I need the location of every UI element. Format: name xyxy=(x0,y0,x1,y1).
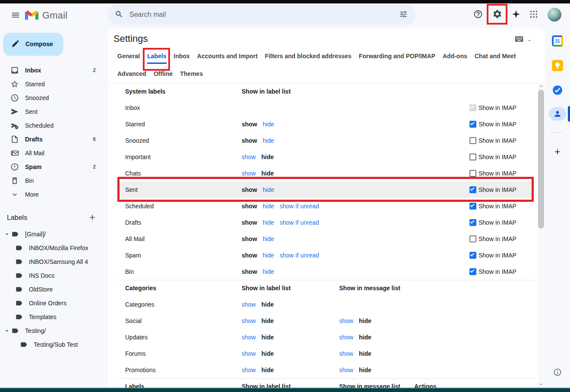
show-in-imap-control: Show in IMAP xyxy=(469,121,516,128)
tab-offline[interactable]: Offline xyxy=(154,70,173,80)
tab-forwarding-and-pop-imap[interactable]: Forwarding and POP/IMAP xyxy=(359,53,435,64)
option-link-show[interactable]: show xyxy=(339,350,353,357)
sidebar-label-inbox-samsung-all-4[interactable]: INBOX/Samsung All 4 xyxy=(0,255,108,269)
option-link-hide[interactable]: hide xyxy=(263,121,274,128)
clock-icon xyxy=(10,94,19,102)
search-bar[interactable]: Search mail xyxy=(107,5,416,25)
scroll-up-arrow[interactable] xyxy=(538,83,545,90)
sidebar-item-more[interactable]: More xyxy=(0,188,108,201)
option-link-hide[interactable]: hide xyxy=(263,268,274,275)
search-input[interactable]: Search mail xyxy=(129,11,396,19)
tab-general[interactable]: General xyxy=(117,53,140,64)
search-button[interactable] xyxy=(111,7,127,22)
tab-accounts-and-import[interactable]: Accounts and Import xyxy=(197,53,258,64)
option-link-hide[interactable]: hide xyxy=(263,252,274,259)
sidebar-label-testing-sub-test[interactable]: Testing/Sub Test xyxy=(0,338,108,351)
settings-button[interactable] xyxy=(488,6,506,23)
google-apps-button[interactable] xyxy=(525,6,542,23)
tab-advanced[interactable]: Advanced xyxy=(117,70,146,80)
get-add-ons-button[interactable] xyxy=(552,147,563,157)
option-link-show[interactable]: show xyxy=(339,334,353,341)
sidebar-label-templates[interactable]: Templates xyxy=(0,310,108,324)
settings-tabs-row1: GeneralLabelsInboxAccounts and ImportFil… xyxy=(117,53,516,64)
active-panel-indicator xyxy=(568,106,570,122)
sidebar-item-all-mail[interactable]: All Mail xyxy=(0,146,108,160)
category-name: Social xyxy=(125,317,142,324)
show-in-imap-checkbox[interactable] xyxy=(469,203,476,210)
option-link-show[interactable]: show xyxy=(242,154,256,160)
scroll-down-arrow[interactable] xyxy=(538,381,545,388)
tab-chat-and-meet[interactable]: Chat and Meet xyxy=(475,53,516,64)
show-in-imap-checkbox[interactable] xyxy=(469,154,476,160)
labels-section-header: Labels xyxy=(0,211,108,225)
sidebar-item-snoozed[interactable]: Snoozed xyxy=(0,91,108,105)
sidebar-item-starred[interactable]: Starred xyxy=(0,77,108,91)
settings-scrollbar[interactable] xyxy=(538,83,545,388)
google-calendar-icon[interactable]: 31 xyxy=(552,35,563,47)
tab-labels[interactable]: Labels xyxy=(147,53,166,64)
search-options-button[interactable] xyxy=(396,7,411,22)
show-in-imap-checkbox[interactable] xyxy=(469,268,476,275)
compose-button[interactable]: Compose xyxy=(3,33,63,55)
avatar[interactable] xyxy=(548,8,561,22)
sidebar-label-online-orders[interactable]: Online Orders xyxy=(0,296,108,310)
show-in-imap-label: Show in IMAP xyxy=(479,203,516,210)
sidebar-item-inbox[interactable]: Inbox2 xyxy=(0,63,108,77)
label-name: [Gmail]/ xyxy=(25,231,46,238)
show-in-imap-checkbox[interactable] xyxy=(469,235,476,242)
option-link-show[interactable]: show xyxy=(242,317,256,324)
sidebar-item-bin[interactable]: Bin xyxy=(0,174,108,188)
show-in-imap-checkbox[interactable] xyxy=(469,186,476,193)
sidebar-label-testing[interactable]: Testing/ xyxy=(0,324,108,338)
option-link-show-if-unread[interactable]: show if unread xyxy=(280,252,319,259)
option-link-hide[interactable]: hide xyxy=(263,203,274,210)
option-link-show[interactable]: show xyxy=(242,301,256,308)
option-link-show[interactable]: show xyxy=(339,317,353,324)
create-label-button[interactable] xyxy=(87,213,98,223)
help-button[interactable] xyxy=(469,6,487,23)
option-link-show[interactable]: show xyxy=(242,334,256,341)
option-link-show[interactable]: show xyxy=(242,367,256,373)
google-keep-icon[interactable] xyxy=(552,60,563,71)
sidebar-item-spam[interactable]: Spam2 xyxy=(0,160,108,174)
info-icon[interactable] xyxy=(553,367,562,377)
sidebar-label-inbox-mozilla-firefox[interactable]: INBOX/Mozilla Firefox xyxy=(0,241,108,255)
show-in-imap-checkbox[interactable] xyxy=(469,252,476,259)
google-contacts-icon-active[interactable] xyxy=(549,107,566,121)
sidebar-item-drafts[interactable]: Drafts6 xyxy=(0,132,108,146)
option-link-show-if-unread[interactable]: show if unread xyxy=(280,203,319,210)
sidebar-item-sent[interactable]: Sent xyxy=(0,105,108,119)
option-link-show[interactable]: show xyxy=(339,367,353,373)
sidebar-label-ins-docs[interactable]: INS Docs xyxy=(0,269,108,282)
scrollbar-thumb[interactable] xyxy=(538,90,544,229)
option-link-hide[interactable]: hide xyxy=(263,219,274,226)
main-menu-button[interactable] xyxy=(7,7,24,24)
option-link-show[interactable]: show xyxy=(242,350,256,357)
label-name: Templates xyxy=(29,314,57,320)
show-in-imap-label: Show in IMAP xyxy=(479,235,516,242)
show-in-imap-checkbox[interactable] xyxy=(469,137,476,144)
show-in-imap-checkbox[interactable] xyxy=(469,121,476,128)
gemini-sparkle-button[interactable] xyxy=(507,6,525,23)
tab-filters-and-blocked-addresses[interactable]: Filters and blocked addresses xyxy=(265,53,352,64)
expand-caret-icon[interactable] xyxy=(3,231,10,238)
option-link-show-if-unread[interactable]: show if unread xyxy=(280,219,319,226)
option-link-show[interactable]: show xyxy=(242,170,256,177)
show-in-imap-checkbox[interactable] xyxy=(469,170,476,177)
sidebar-item-scheduled[interactable]: Scheduled xyxy=(0,119,108,132)
tab-inbox[interactable]: Inbox xyxy=(174,53,190,64)
show-in-imap-checkbox[interactable] xyxy=(469,219,476,226)
sidebar-label-gmail[interactable]: [Gmail]/ xyxy=(0,227,108,241)
google-tasks-icon[interactable] xyxy=(552,85,563,96)
show-hide-options: showhideshow if unread xyxy=(242,252,319,259)
sidebar-label-oldstore[interactable]: OldStore xyxy=(0,282,108,296)
tab-add-ons[interactable]: Add-ons xyxy=(443,53,467,64)
option-link-hide[interactable]: hide xyxy=(263,186,274,193)
system-label-row-sent: SentshowhideShow in IMAP xyxy=(108,182,538,198)
option-link-hide[interactable]: hide xyxy=(263,235,274,242)
system-label-name: Starred xyxy=(125,121,145,128)
input-tools-toggle[interactable] xyxy=(514,36,532,45)
expand-caret-icon[interactable] xyxy=(3,327,10,334)
option-link-hide[interactable]: hide xyxy=(263,137,274,144)
tab-themes[interactable]: Themes xyxy=(180,70,203,80)
